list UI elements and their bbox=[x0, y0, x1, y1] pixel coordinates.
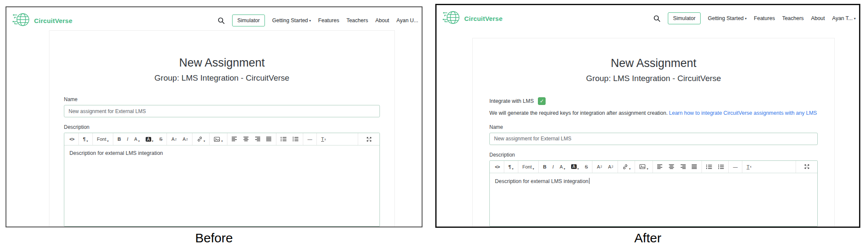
editor-code-view-button[interactable]: <> bbox=[492, 161, 503, 173]
integrate-lms-checkbox[interactable]: ✓ bbox=[538, 97, 546, 105]
caret-down-icon: ▾ bbox=[745, 17, 747, 20]
assignment-name-input[interactable] bbox=[64, 105, 380, 117]
description-editor-body[interactable]: Description for external LMS integration bbox=[64, 145, 379, 226]
assignment-name-input[interactable] bbox=[489, 133, 818, 145]
editor-insert-image-button[interactable]: ▾ bbox=[211, 133, 226, 145]
nav-features[interactable]: Features bbox=[754, 15, 775, 21]
navbar: CircuitVerse Simulator Getting Started▾ … bbox=[437, 5, 859, 28]
editor-insert-link-button[interactable]: ▾ bbox=[194, 133, 208, 145]
editor-strikethrough-button[interactable]: S bbox=[582, 161, 591, 173]
brand-name: CircuitVerse bbox=[464, 15, 503, 22]
editor-horizontal-rule-button[interactable]: — bbox=[305, 133, 315, 145]
align-left-icon bbox=[232, 137, 237, 142]
editor-strikethrough-button[interactable]: S bbox=[156, 133, 165, 145]
editor-horizontal-rule-button[interactable]: — bbox=[730, 161, 741, 173]
editor-align-justify-button[interactable] bbox=[263, 133, 275, 145]
caret-down-icon: ▾ bbox=[152, 140, 154, 145]
editor-font-family-button[interactable]: Font▾ bbox=[94, 133, 112, 145]
after-screenshot-panel: CircuitVerse Simulator Getting Started▾ … bbox=[435, 4, 860, 228]
nav-simulator[interactable]: Simulator bbox=[232, 15, 265, 26]
align-center-icon bbox=[243, 137, 249, 142]
nav-teachers[interactable]: Teachers bbox=[346, 17, 368, 23]
editor-background-color-button[interactable]: A▾ bbox=[568, 161, 582, 173]
group-subtitle: Group: LMS Integration - CircuitVerse bbox=[489, 74, 818, 83]
nav-about[interactable]: About bbox=[375, 17, 389, 23]
editor-fullscreen-button[interactable] bbox=[801, 161, 813, 173]
unordered-list-icon bbox=[706, 164, 712, 169]
caret-down-icon: ▾ bbox=[221, 140, 223, 145]
caret-down-icon: ▾ bbox=[533, 167, 535, 173]
editor-paragraph-format-button[interactable]: ¶▾ bbox=[506, 161, 517, 173]
editor-subscript-button[interactable]: A2 bbox=[180, 133, 191, 145]
nav-features[interactable]: Features bbox=[318, 17, 339, 23]
lms-helper-text: We will generate the required keys for i… bbox=[489, 109, 818, 118]
editor-bold-button[interactable]: B bbox=[540, 161, 549, 173]
editor-toolbar: <>¶▾Font▾BIA▾A▾SA2A2▾▾—Tx bbox=[490, 161, 817, 173]
editor-insert-image-button[interactable]: ▾ bbox=[636, 161, 651, 173]
nav-user-menu[interactable]: Ayan T...▾ bbox=[832, 15, 856, 21]
editor-ordered-list-button[interactable] bbox=[290, 133, 302, 145]
editor-italic-button[interactable]: I bbox=[549, 161, 557, 173]
editor-align-center-button[interactable] bbox=[666, 161, 677, 173]
editor-bold-button[interactable]: B bbox=[115, 133, 124, 145]
search-icon[interactable] bbox=[653, 15, 661, 22]
nav-teachers[interactable]: Teachers bbox=[782, 15, 804, 21]
align-left-icon bbox=[657, 164, 663, 169]
editor-superscript-button[interactable]: A2 bbox=[594, 161, 605, 173]
editor-subscript-button[interactable]: A2 bbox=[605, 161, 616, 173]
insert-link-icon bbox=[622, 164, 628, 170]
page-title: New Assignment bbox=[64, 56, 380, 70]
circuitverse-logo[interactable]: CircuitVerse bbox=[443, 9, 503, 28]
editor-unordered-list-button[interactable] bbox=[278, 133, 290, 145]
circuitverse-globe-icon bbox=[12, 11, 31, 30]
editor-remove-format-button[interactable]: Tx bbox=[744, 161, 754, 173]
editor-font-family-button[interactable]: Font▾ bbox=[520, 161, 537, 173]
caret-down-icon: ▾ bbox=[578, 167, 579, 173]
editor-align-right-button[interactable] bbox=[252, 133, 263, 145]
navbar: CircuitVerse Simulator Getting Started▾ … bbox=[6, 7, 422, 30]
editor-superscript-button[interactable]: A2 bbox=[168, 133, 179, 145]
editor-text-color-button[interactable]: A▾ bbox=[557, 161, 568, 173]
editor-paragraph-format-button[interactable]: ¶▾ bbox=[80, 133, 91, 145]
caret-down-icon: ▾ bbox=[138, 140, 140, 145]
integrate-lms-label: Integrate with LMS bbox=[489, 98, 534, 104]
nav-getting-started[interactable]: Getting Started▾ bbox=[708, 15, 747, 21]
nav-about[interactable]: About bbox=[811, 15, 825, 21]
editor-align-left-button[interactable] bbox=[654, 161, 666, 173]
circuitverse-globe-icon bbox=[443, 9, 461, 28]
editor-ordered-list-button[interactable] bbox=[715, 161, 727, 173]
editor-align-right-button[interactable] bbox=[677, 161, 689, 173]
insert-image-icon bbox=[639, 164, 646, 169]
editor-align-center-button[interactable] bbox=[240, 133, 252, 145]
editor-fullscreen-button[interactable] bbox=[363, 133, 375, 145]
ordered-list-icon bbox=[718, 164, 724, 169]
description-editor-body[interactable]: Description for external LMS integration bbox=[490, 173, 817, 226]
before-screenshot-panel: CircuitVerse Simulator Getting Started▾ … bbox=[6, 6, 423, 227]
lms-docs-link[interactable]: Learn how to integrate CircuitVerse assi… bbox=[669, 110, 817, 116]
align-justify-icon bbox=[692, 164, 697, 169]
caret-down-icon: ▾ bbox=[309, 19, 311, 23]
new-assignment-card: New Assignment Group: LMS Integration - … bbox=[472, 38, 835, 227]
nav-getting-started[interactable]: Getting Started▾ bbox=[272, 17, 311, 23]
editor-align-justify-button[interactable] bbox=[689, 161, 700, 173]
editor-text-color-button[interactable]: A▾ bbox=[131, 133, 143, 145]
description-editor: <>¶▾Font▾BIA▾A▾SA2A2▾▾—Tx Description fo… bbox=[64, 133, 380, 227]
editor-remove-format-button[interactable]: Tx bbox=[318, 133, 329, 145]
editor-italic-button[interactable]: I bbox=[124, 133, 131, 145]
description-label: Description bbox=[489, 152, 818, 158]
editor-align-left-button[interactable] bbox=[229, 133, 240, 145]
fullscreen-icon bbox=[366, 137, 372, 142]
circuitverse-logo[interactable]: CircuitVerse bbox=[12, 11, 72, 30]
caret-down-icon: ▾ bbox=[107, 140, 109, 145]
search-icon[interactable] bbox=[218, 17, 225, 24]
group-subtitle: Group: LMS Integration - CircuitVerse bbox=[64, 73, 380, 83]
nav-user-menu[interactable]: Ayan U... bbox=[397, 17, 418, 23]
editor-unordered-list-button[interactable] bbox=[703, 161, 715, 173]
description-editor: <>¶▾Font▾BIA▾A▾SA2A2▾▾—Tx Description fo… bbox=[489, 160, 818, 227]
editor-toolbar: <>¶▾Font▾BIA▾A▾SA2A2▾▾—Tx bbox=[64, 133, 379, 145]
editor-insert-link-button[interactable]: ▾ bbox=[619, 161, 634, 173]
editor-code-view-button[interactable]: <> bbox=[66, 133, 77, 145]
align-right-icon bbox=[680, 164, 686, 169]
editor-background-color-button[interactable]: A▾ bbox=[143, 133, 156, 145]
nav-simulator[interactable]: Simulator bbox=[668, 12, 701, 24]
